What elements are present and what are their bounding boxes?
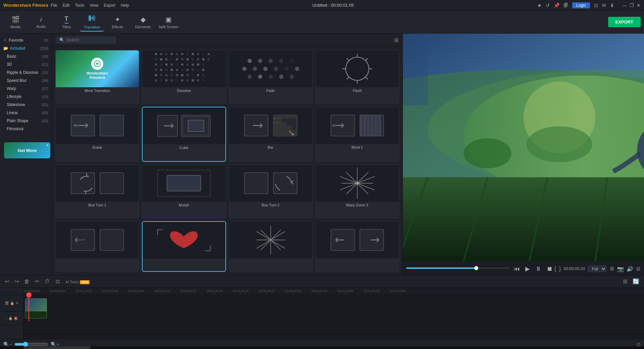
svg-rect-17 [165, 58, 167, 60]
transition-card-flash[interactable]: Flash [315, 50, 399, 104]
sidebar-3d[interactable]: 3D (21) [0, 60, 52, 68]
delete-button[interactable]: 🗑 [23, 278, 31, 285]
transition-card-warpzoom3[interactable]: Warp Zoom 3 [315, 164, 399, 218]
toolbar-splitscreen[interactable]: ▣ Split Screen [156, 13, 180, 32]
login-button[interactable]: Login [572, 2, 590, 8]
transition-card-erase[interactable]: Erase [55, 107, 139, 161]
get-more-promo[interactable]: Get More × [4, 142, 50, 158]
pause-button[interactable]: ⏸ [534, 265, 543, 273]
settings-icon[interactable]: ⚙ [636, 266, 641, 272]
cut-button[interactable]: ✂ [34, 278, 41, 285]
sidebar-speedblur[interactable]: Speed Blur (36) [0, 77, 52, 85]
progress-thumb[interactable] [474, 266, 478, 270]
maximize-button[interactable]: ❐ [630, 3, 634, 8]
toolbar-titles[interactable]: T Titles [54, 13, 78, 32]
minimize-button[interactable]: — [622, 3, 627, 8]
sidebar-basic[interactable]: Basic (18) [0, 52, 52, 60]
transition-card-boxturn2[interactable]: Box Turn 2 [229, 164, 313, 218]
ripple-label: Ripple & Dissolve [7, 70, 38, 75]
toolbar-effects[interactable]: ✦ Effects [105, 13, 129, 32]
transition-card-13[interactable] [55, 221, 139, 272]
transition-card-15[interactable] [229, 221, 313, 272]
transition-card-16[interactable] [315, 221, 399, 272]
sidebar-filmstock[interactable]: Filmstock [0, 125, 52, 133]
preview-controls: ⏮ ▶ ⏸ ⏹ { } 00:00:00:24 Full 1/2 1/4 [403, 261, 644, 275]
magnet-button[interactable]: 🔄 [631, 278, 641, 285]
transition-card-blind1[interactable]: Blind 1 [315, 107, 399, 161]
transition-card-morph[interactable]: Morph [142, 164, 226, 218]
promo-close-icon[interactable]: × [46, 143, 49, 147]
add-layer-button[interactable]: ⊞ [622, 278, 629, 285]
scrollbar-thumb[interactable] [23, 346, 91, 349]
adjust-button[interactable]: ⚖ [54, 278, 61, 285]
transition-card-fade[interactable]: Fade [229, 50, 313, 104]
export-button[interactable]: EXPORT [608, 17, 641, 27]
sidebar-warp[interactable]: Warp (37) [0, 85, 52, 93]
svg-rect-10 [186, 53, 189, 55]
card13-name [56, 258, 139, 262]
audio-track-mute[interactable]: 🔇 [14, 316, 18, 320]
svg-point-79 [258, 74, 262, 79]
menu-export[interactable]: Export [104, 3, 115, 8]
star-icon[interactable]: ★ [537, 3, 542, 8]
mail-icon[interactable]: ✉ [602, 3, 606, 8]
refresh-icon[interactable]: ↺ [546, 3, 550, 8]
menu-bar: File Edit Tools View Export Help [51, 3, 129, 8]
undo-button[interactable]: ↩ [3, 278, 10, 285]
menu-view[interactable]: View [90, 3, 98, 8]
clock-button[interactable]: ⏱ [43, 278, 51, 285]
sidebar-linear[interactable]: Linear (30) [0, 109, 52, 117]
sidebar-plainshape[interactable]: Plain Shape (25) [0, 117, 52, 125]
toolbar-elements[interactable]: ◆ Elements [131, 13, 155, 32]
stop-button[interactable]: ⏹ [545, 265, 554, 273]
svg-point-69 [268, 59, 273, 63]
playhead-marker [26, 292, 32, 298]
screenshot-icon[interactable]: 📷 [617, 266, 624, 272]
transition-card-cube[interactable]: Cube [142, 107, 226, 161]
transition-card-filmstock[interactable]: WondershareFilmstock More Transition [55, 50, 139, 104]
share-icon[interactable]: ⊡ [594, 3, 598, 8]
video-track-lock[interactable]: 🔒 [10, 301, 14, 305]
horizontal-scrollbar[interactable] [0, 346, 644, 349]
left-brace-icon[interactable]: { [554, 265, 556, 272]
download-icon[interactable]: ⬇ [610, 3, 614, 8]
toolbar-transition[interactable]: Transition [80, 13, 104, 32]
monitor-icon[interactable]: 🖥 [609, 266, 614, 272]
pin-icon[interactable]: 📌 [554, 3, 559, 8]
progress-bar[interactable] [406, 267, 509, 269]
play-button[interactable]: ▶ [524, 264, 532, 273]
ai-tools-button[interactable]: AI Tools NEW [64, 278, 91, 285]
search-input[interactable] [66, 38, 110, 42]
playhead[interactable] [29, 295, 29, 321]
sidebar-favorite[interactable]: ☆ Favorite (0) [0, 36, 52, 44]
svg-rect-36 [155, 69, 157, 71]
close-button[interactable]: ✕ [637, 3, 641, 8]
sidebar-lifestyle[interactable]: Lifestyle (19) [0, 93, 52, 101]
video-track-eye[interactable]: 👁 [15, 301, 19, 305]
volume-icon[interactable]: 🔊 [627, 266, 633, 272]
copy-icon[interactable]: 🗐 [564, 3, 568, 8]
sidebar-included[interactable]: 📂 Included (233) [0, 44, 52, 52]
search-box[interactable]: 🔍 [56, 36, 116, 44]
toolbar-media[interactable]: 🎬 Media [3, 13, 28, 32]
menu-file[interactable]: File [51, 3, 57, 8]
menu-help[interactable]: Help [121, 3, 129, 8]
redo-button[interactable]: ↪ [13, 278, 20, 285]
transition-card-bar[interactable]: Bar [229, 107, 313, 161]
transition-card-heart[interactable] [142, 221, 226, 272]
grid-options-icon[interactable]: ⊞ [394, 37, 398, 43]
sidebar-slideshow[interactable]: Slideshow (31) [0, 101, 52, 109]
audio-track-lock[interactable]: 🔒 [8, 316, 12, 320]
card16-name [316, 258, 399, 262]
menu-tools[interactable]: Tools [75, 3, 84, 8]
sidebar-ripple[interactable]: Ripple & Dissolve (16) [0, 68, 52, 77]
menu-edit[interactable]: Edit [63, 3, 70, 8]
transition-card-dissolve[interactable]: Dissolve [142, 50, 226, 104]
ruler-tick: 00:00:40:00 [233, 289, 249, 295]
warp-label: Warp [7, 86, 16, 91]
right-brace-icon[interactable]: } [559, 265, 561, 272]
rewind-button[interactable]: ⏮ [512, 265, 522, 273]
toolbar-audio[interactable]: ♪ Audio [29, 13, 53, 32]
quality-select[interactable]: Full 1/2 1/4 [588, 265, 606, 272]
transition-card-boxturn1[interactable]: Box Turn 1 [55, 164, 139, 218]
